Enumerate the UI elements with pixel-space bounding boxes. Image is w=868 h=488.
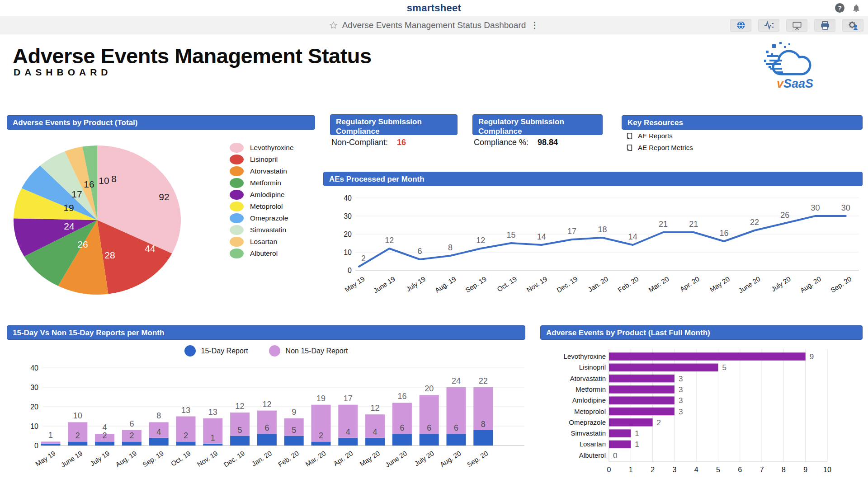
bar-segment-15day <box>230 436 250 446</box>
bar-segment-15day <box>68 441 87 446</box>
non-compliant-value: 16 <box>397 138 406 147</box>
help-icon[interactable]: ? <box>835 3 844 13</box>
x-axis-tick-label: Sep. 20 <box>466 449 490 468</box>
bar-inner-value-label: 5 <box>292 426 296 435</box>
x-axis-tick-label: Apr. 20 <box>679 275 701 293</box>
line-value-label: 21 <box>659 220 668 229</box>
line-value-label: 21 <box>689 220 698 229</box>
y-axis-tick-label: 30 <box>30 384 38 391</box>
x-axis-tick-label: Aug. 20 <box>439 449 462 468</box>
compliance-right-header-line2: Compliance <box>478 127 597 136</box>
pie-value-label: 28 <box>104 250 115 260</box>
favorite-star-icon[interactable] <box>329 21 338 29</box>
legend-swatch <box>230 190 244 200</box>
legend-item: 15-Day Report <box>184 345 248 357</box>
globe-button[interactable] <box>730 19 751 32</box>
pie-value-label: 17 <box>71 189 82 199</box>
bar-inner-value-label: 6 <box>427 423 431 432</box>
line-value-label: 12 <box>476 236 485 245</box>
bar-segment-15day <box>203 444 222 446</box>
x-axis-tick-label: June 20 <box>384 449 408 469</box>
settings-button[interactable] <box>842 19 863 32</box>
x-axis-tick-label: Apr. 20 <box>332 449 354 467</box>
category-label: Omeprazole <box>569 418 606 426</box>
resource-link-label: AE Report Metrics <box>638 144 693 151</box>
compliance-left-header: Regulatory Submission Compliance <box>330 114 458 135</box>
x-axis-tick-label: Aug. 19 <box>434 275 458 294</box>
line-value-label: 30 <box>841 203 850 212</box>
pie-legend: LevothyroxineLisinoprilAtorvastatinMetfo… <box>230 142 294 259</box>
bar-top-value-label: 1 <box>48 431 53 440</box>
resource-link-label: AE Reports <box>638 132 673 140</box>
bar-segment-15day <box>311 441 331 446</box>
present-button[interactable] <box>786 19 807 32</box>
x-axis-tick-label: Sep. 20 <box>829 275 853 294</box>
bar-top-value-label: 10 <box>73 411 82 420</box>
stacked-bar-chart: 0102030401May 19102June 1942July 1962Aug… <box>7 356 527 488</box>
bar-value-label: 2 <box>657 418 661 427</box>
x-axis-tick-label: 0 <box>607 466 611 474</box>
bar-inner-value-label: 2 <box>129 431 134 440</box>
x-axis-tick-label: 4 <box>694 466 698 474</box>
activity-log-button[interactable] <box>758 19 779 32</box>
legend-label: Lisinopril <box>250 155 278 164</box>
bar-inner-value-label: 4 <box>373 427 377 436</box>
category-label: Levothyroxine <box>564 352 606 360</box>
compliance-right-header: Regulatory Submission Compliance <box>472 114 603 135</box>
gear-user-icon <box>848 20 859 30</box>
key-resources-header: Key Resources <box>622 115 863 130</box>
print-button[interactable] <box>814 19 835 32</box>
legend-swatch <box>230 166 244 176</box>
bar-value-label: 3 <box>679 375 683 383</box>
y-axis-tick-label: 40 <box>30 364 38 372</box>
stacked-section-header: 15-Day Vs Non 15-Day Reports per Month <box>7 325 525 340</box>
legend-label: 15-Day Report <box>201 347 248 355</box>
bar-top-value-label: 16 <box>397 392 406 401</box>
pie-chart: 9244282624191716108 <box>7 142 188 300</box>
bar-segment-15day <box>447 434 466 446</box>
bar-value-label: 3 <box>679 385 683 394</box>
pie-value-label: 8 <box>111 174 117 184</box>
line-value-label: 17 <box>567 227 576 236</box>
category-label: Atorvastatin <box>570 375 606 382</box>
line-value-label: 2 <box>361 254 366 263</box>
legend-label: Losartan <box>250 238 277 246</box>
category-label: Amlodipine <box>572 396 606 404</box>
x-axis-tick-label: June 19 <box>372 275 396 294</box>
line-value-label: 14 <box>628 232 637 241</box>
legend-swatch <box>230 237 244 247</box>
globe-icon <box>736 21 745 30</box>
category-label: Metformin <box>576 385 606 393</box>
x-axis-tick-label: Nov. 19 <box>525 275 549 294</box>
presentation-icon <box>792 21 802 30</box>
bar-top-value-label: 12 <box>262 400 271 409</box>
printer-icon <box>820 21 830 30</box>
stacked-legend: 15-Day ReportNon 15-Day Report <box>7 345 525 357</box>
notifications-bell-icon[interactable] <box>852 4 861 13</box>
bar-segment-15day <box>257 434 277 446</box>
bar-segment-15day <box>149 438 169 446</box>
resource-link[interactable]: AE Report Metrics <box>626 144 693 151</box>
bar-inner-value-label: 6 <box>400 423 404 432</box>
x-axis-tick-label: Dec. 19 <box>555 275 579 294</box>
category-label: Metoprolol <box>574 408 606 415</box>
bar-inner-value-label: 2 <box>103 431 107 440</box>
x-axis-tick-label: July 19 <box>89 449 111 467</box>
line-value-label: 6 <box>418 247 422 256</box>
pie-section-header: Adverse Events by Product (Total) <box>7 115 315 130</box>
resource-link[interactable]: AE Reports <box>626 132 693 140</box>
x-axis-tick-label: June 19 <box>59 449 84 469</box>
x-axis-tick-label: Oct. 19 <box>495 275 518 293</box>
y-axis-tick-label: 40 <box>344 194 352 202</box>
kebab-menu-icon[interactable]: ⋮ <box>530 20 539 30</box>
x-axis-tick-label: 9 <box>803 466 807 474</box>
compliance-pct-row: Compliance %: 98.84 <box>474 138 558 147</box>
bar-top-value-label: 24 <box>452 376 461 385</box>
brand-saas: SaaS <box>783 77 813 90</box>
legend-item: Atorvastatin <box>230 165 294 177</box>
bar-top-value-label: 4 <box>103 423 107 432</box>
bar-value-label: 0 <box>613 451 617 460</box>
compliance-left-header-line1: Regulatory Submission <box>336 117 452 127</box>
smartsheet-logo[interactable]: smartsheet <box>407 2 461 14</box>
x-axis-tick-label: July 20 <box>770 275 792 293</box>
